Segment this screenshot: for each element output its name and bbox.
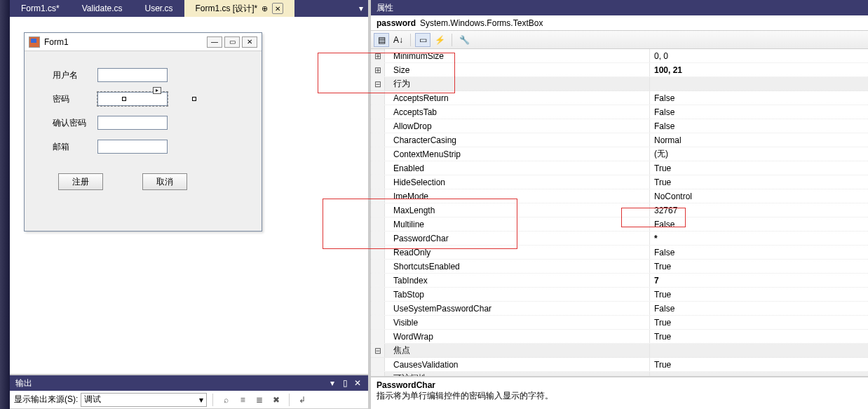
goto-prev-icon[interactable]: ≡ <box>236 393 250 407</box>
properties-header[interactable]: 属性 <box>371 0 868 15</box>
property-row[interactable]: AcceptsTabFalse <box>371 105 868 119</box>
close-icon[interactable]: ✕ <box>272 3 283 14</box>
form-designer-surface[interactable]: Form1 — ▭ ✕ 用户名 密码 ▸ <box>10 17 368 374</box>
tab-user-cs[interactable]: User.cs <box>134 0 184 17</box>
property-value[interactable] <box>650 344 868 357</box>
expand-icon[interactable]: ⊟ <box>371 372 385 377</box>
property-value[interactable]: False <box>650 105 868 119</box>
tab-form1-cs[interactable]: Form1.cs* <box>10 0 71 17</box>
pin-icon[interactable]: ⊕ <box>262 4 268 13</box>
property-row[interactable]: EnabledTrue <box>371 161 868 175</box>
expand-icon[interactable]: ⊟ <box>371 344 385 357</box>
alphabetical-icon[interactable]: A↓ <box>391 33 406 47</box>
property-value[interactable] <box>650 77 868 90</box>
property-value[interactable]: True <box>650 260 868 273</box>
textbox-password[interactable] <box>97 92 168 106</box>
property-name[interactable]: HideSelection <box>385 175 650 189</box>
property-value[interactable]: True <box>650 358 868 371</box>
property-value[interactable]: False <box>650 91 868 105</box>
property-value[interactable]: Normal <box>650 133 868 147</box>
property-name[interactable]: Visible <box>385 316 650 329</box>
cancel-button[interactable]: 取消 <box>142 173 187 190</box>
property-name[interactable]: TabStop <box>385 288 650 301</box>
property-value[interactable]: 100, 21 <box>650 63 868 76</box>
resize-handle-right[interactable] <box>192 97 196 101</box>
property-row[interactable]: AcceptsReturnFalse <box>371 91 868 105</box>
expand-icon <box>371 133 385 147</box>
properties-icon[interactable]: ▭ <box>415 33 430 47</box>
close-window-icon[interactable]: ✕ <box>242 36 257 48</box>
label-username[interactable]: 用户名 <box>53 69 97 81</box>
design-form-window[interactable]: Form1 — ▭ ✕ 用户名 密码 ▸ <box>24 32 262 232</box>
property-row[interactable]: UseSystemPasswordCharFalse <box>371 302 868 316</box>
property-row[interactable]: VisibleTrue <box>371 316 868 330</box>
output-header[interactable]: 输出 ▾ ▯ ✕ <box>10 375 368 391</box>
property-name[interactable]: UseSystemPasswordChar <box>385 302 650 315</box>
property-name[interactable]: WordWrap <box>385 330 650 343</box>
tab-overflow-button[interactable]: ▾ <box>354 0 368 17</box>
side-tool-stripe[interactable] <box>0 0 10 409</box>
property-value[interactable]: False <box>650 302 868 315</box>
property-name[interactable]: 可访问性 <box>385 372 650 377</box>
find-icon[interactable]: ⌕ <box>219 393 233 407</box>
property-row[interactable]: WordWrapTrue <box>371 330 868 344</box>
property-value[interactable]: * <box>650 232 868 245</box>
goto-next-icon[interactable]: ≣ <box>252 393 266 407</box>
label-confirm[interactable]: 确认密码 <box>53 117 97 129</box>
property-name[interactable]: TabIndex <box>385 274 650 287</box>
property-value[interactable]: 0, 0 <box>650 49 868 62</box>
property-category[interactable]: ⊟可访问性 <box>371 372 868 377</box>
property-value[interactable]: True <box>650 175 868 189</box>
smart-tag-icon[interactable]: ▸ <box>153 87 161 94</box>
tab-form1-design[interactable]: Form1.cs [设计]* ⊕ ✕ <box>184 0 295 17</box>
textbox-confirm[interactable] <box>97 116 168 130</box>
textbox-username[interactable] <box>97 68 168 82</box>
property-name[interactable]: CausesValidation <box>385 358 650 371</box>
property-name[interactable]: AcceptsTab <box>385 105 650 119</box>
property-value[interactable]: False <box>650 246 868 259</box>
property-name[interactable]: AllowDrop <box>385 119 650 133</box>
clear-icon[interactable]: ✖ <box>269 393 283 407</box>
close-icon[interactable]: ✕ <box>353 378 362 388</box>
textbox-email[interactable] <box>97 140 168 154</box>
label-password[interactable]: 密码 <box>53 93 97 105</box>
pin-icon[interactable]: ▯ <box>340 378 350 388</box>
categorized-icon[interactable]: ▤ <box>374 33 389 47</box>
wrap-icon[interactable]: ↲ <box>295 393 309 407</box>
register-button[interactable]: 注册 <box>58 173 103 190</box>
property-name[interactable]: Enabled <box>385 161 650 175</box>
tab-validate-cs[interactable]: Validate.cs <box>71 0 134 17</box>
label-email[interactable]: 邮箱 <box>53 141 97 153</box>
property-name[interactable]: ShortcutsEnabled <box>385 260 650 273</box>
property-row[interactable]: CausesValidationTrue <box>371 358 868 372</box>
property-row[interactable]: CharacterCasingNormal <box>371 133 868 147</box>
property-pages-icon[interactable]: 🔧 <box>456 33 472 47</box>
property-row[interactable]: HideSelectionTrue <box>371 175 868 189</box>
output-source-select[interactable]: 调试 ▾ <box>81 393 207 407</box>
minimize-icon[interactable]: — <box>207 36 222 48</box>
property-value[interactable]: True <box>650 316 868 329</box>
property-value[interactable]: True <box>650 330 868 343</box>
property-row[interactable]: AllowDropFalse <box>371 119 868 133</box>
property-value[interactable]: (无) <box>650 147 868 161</box>
resize-handle-left[interactable] <box>122 97 126 101</box>
chevron-down-icon[interactable]: ▾ <box>327 378 337 388</box>
property-row[interactable]: ShortcutsEnabledTrue <box>371 260 868 274</box>
object-selector[interactable]: password System.Windows.Forms.TextBox <box>371 15 868 31</box>
property-row[interactable]: ContextMenuStrip(无) <box>371 147 868 161</box>
property-value[interactable]: False <box>650 119 868 133</box>
property-name[interactable]: 焦点 <box>385 344 650 357</box>
property-row[interactable]: TabStopTrue <box>371 288 868 302</box>
property-value[interactable]: 7 <box>650 274 868 287</box>
property-value[interactable]: True <box>650 161 868 175</box>
property-name[interactable]: CharacterCasing <box>385 133 650 147</box>
property-value[interactable]: NoControl <box>650 189 868 203</box>
property-category[interactable]: ⊟焦点 <box>371 344 868 358</box>
property-name[interactable]: ContextMenuStrip <box>385 147 650 161</box>
maximize-icon[interactable]: ▭ <box>224 36 240 48</box>
property-value[interactable]: True <box>650 288 868 301</box>
form-client-area[interactable]: 用户名 密码 ▸ 确认密码 邮箱 <box>25 51 262 200</box>
property-row[interactable]: TabIndex7 <box>371 274 868 288</box>
property-value[interactable] <box>650 372 868 377</box>
events-icon[interactable]: ⚡ <box>432 33 447 47</box>
